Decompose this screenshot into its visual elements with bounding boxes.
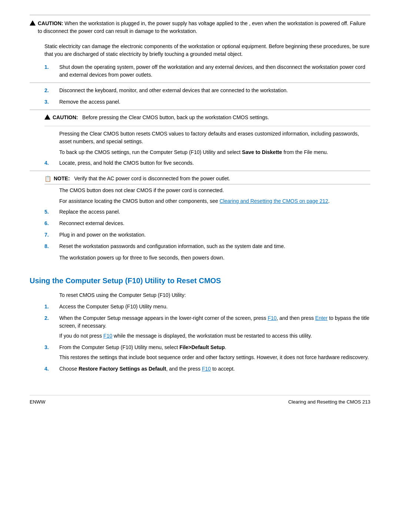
step2-sub-suffix: while the message is displayed, the work… <box>112 333 312 339</box>
f10-link-accept[interactable]: F10 <box>202 366 211 372</box>
list-item-5: 5. Replace the access panel. <box>30 208 370 216</box>
section-steps-list: 1. Access the Computer Setup (F10) Utili… <box>30 303 370 373</box>
note-para2-prefix: For assistance locating the CMOS button … <box>59 198 220 204</box>
top-rule <box>30 15 370 15</box>
section-list-item-1: 1. Access the Computer Setup (F10) Utili… <box>30 303 370 311</box>
step-text-8: Reset the workstation passwords and conf… <box>59 242 370 250</box>
caution-body-1: When the workstation is plugged in, the … <box>38 20 366 34</box>
section-step-text-4: Choose Restore Factory Settings as Defau… <box>59 365 370 373</box>
caution-text-1: CAUTION: When the workstation is plugged… <box>38 20 370 35</box>
step8-para: The workstation powers up for three to f… <box>59 254 370 262</box>
list-item-4: 4. Locate, press, and hold the CMOS butt… <box>30 159 370 171</box>
note-para1: The CMOS button does not clear CMOS if t… <box>59 187 370 194</box>
step-num-5: 5. <box>44 208 59 216</box>
step-num-8: 8. <box>44 242 59 250</box>
note-label: NOTE: <box>54 175 70 181</box>
section-step-text-1: Access the Computer Setup (F10) Utility … <box>59 303 370 311</box>
step-text-5: Replace the access panel. <box>59 208 370 216</box>
section-step-text-2: When the Computer Setup message appears … <box>59 314 370 330</box>
step4s-mid: , and the press <box>166 366 202 372</box>
footer-left: ENWW <box>30 398 46 406</box>
step-num-1: 1. <box>44 63 59 71</box>
note-text: NOTE: Verify that the AC power cord is d… <box>54 175 370 183</box>
step-text-1: Shut down the operating system, power of… <box>59 63 370 79</box>
note-block: 📋 NOTE: Verify that the AC power cord is… <box>44 175 370 183</box>
clearing-resetting-link[interactable]: Clearing and Resetting the CMOS on page … <box>220 198 328 204</box>
caution-body-2: Before pressing the Clear CMOS button, b… <box>82 114 269 120</box>
step3-prefix: From the Computer Setup (F10) Utility me… <box>59 344 179 350</box>
step-text-7: Plug in and power on the workstation. <box>59 231 370 239</box>
section-heading: Using the Computer Setup (F10) Utility t… <box>30 273 370 286</box>
caution2-para1: Pressing the Clear CMOS button resets CM… <box>59 130 370 145</box>
enter-link[interactable]: Enter <box>315 315 327 321</box>
note-rule-top <box>44 184 370 184</box>
caution-triangle-icon-2 <box>44 114 50 120</box>
list-item-7: 7. Plug in and power on the workstation. <box>30 231 370 239</box>
section-intro: To reset CMOS using the Computer Setup (… <box>59 291 370 299</box>
steps-list-step4: 4. Locate, press, and hold the CMOS butt… <box>30 159 370 171</box>
section-list-item-4: 4. Choose Restore Factory Settings as De… <box>30 365 370 373</box>
caution-block-2: CAUTION: Before pressing the Clear CMOS … <box>44 114 370 126</box>
caution2-save-diskette: Save to Diskette <box>242 149 282 155</box>
step-num-6: 6. <box>44 220 59 227</box>
list-item-1: 1. Shut down the operating system, power… <box>30 63 370 83</box>
list-item-3: 3. Remove the access panel. <box>30 98 370 110</box>
list-item-6: 6. Reconnect external devices. <box>30 220 370 227</box>
f10-link-inline[interactable]: F10 <box>103 333 112 339</box>
list-item-2: 2. Disconnect the keyboard, monitor, and… <box>30 87 370 94</box>
step-text-3: Remove the access panel. <box>59 98 370 106</box>
step2-prefix: When the Computer Setup message appears … <box>59 315 268 321</box>
step2-sub-prefix: If you do not press <box>59 333 103 339</box>
note-icon: 📋 <box>44 175 51 183</box>
caution-block-1: CAUTION: When the workstation is plugged… <box>30 20 370 39</box>
caution2-para2-suffix: from the File menu. <box>282 149 329 155</box>
step-text-2: Disconnect the keyboard, monitor, and ot… <box>59 87 370 94</box>
section-list-item-3: 3. From the Computer Setup (F10) Utility… <box>30 344 370 361</box>
f10-link-1[interactable]: F10 <box>268 315 277 321</box>
section-step-num-2: 2. <box>44 314 59 330</box>
section-step-num-3: 3. <box>44 344 59 351</box>
caution-triangle-icon-1 <box>30 20 36 26</box>
caution-text-2: CAUTION: Before pressing the Clear CMOS … <box>53 114 370 121</box>
step2-sub: If you do not press F10 while the messag… <box>59 332 370 340</box>
caution-label-1: CAUTION: <box>38 20 63 26</box>
step3-sub: This restores the settings that include … <box>59 354 370 361</box>
note-para2: For assistance locating the CMOS button … <box>59 197 370 205</box>
step-num-2: 2. <box>44 87 59 94</box>
step2-mid: , and then press <box>277 315 315 321</box>
note-body: Verify that the AC power cord is disconn… <box>74 175 230 181</box>
note-para2-suffix: . <box>328 198 330 204</box>
steps-list-part2: 5. Replace the access panel. 6. Reconnec… <box>30 208 370 250</box>
section-step-text-3: From the Computer Setup (F10) Utility me… <box>59 344 370 351</box>
list-item-8: 8. Reset the workstation passwords and c… <box>30 242 370 250</box>
caution2-para2: To back up the CMOS settings, run the Co… <box>59 148 370 156</box>
section-list-item-2: 2. When the Computer Setup message appea… <box>30 314 370 340</box>
step3-suffix: . <box>225 344 226 350</box>
caution2-para2-prefix: To back up the CMOS settings, run the Co… <box>59 149 242 155</box>
caution-label-2: CAUTION: <box>53 114 78 120</box>
footer-right: Clearing and Resetting the CMOS 213 <box>288 398 370 406</box>
step4s-bold: Restore Factory Settings as Default <box>79 366 166 372</box>
step3-bold: File>Default Setup <box>179 344 225 350</box>
page-footer: ENWW Clearing and Resetting the CMOS 213 <box>30 395 370 406</box>
section-step-num-4: 4. <box>44 365 59 373</box>
step4s-suffix: to accept. <box>211 366 235 372</box>
step-num-7: 7. <box>44 231 59 239</box>
step-num-4: 4. <box>44 159 59 167</box>
step-text-6: Reconnect external devices. <box>59 220 370 227</box>
steps-list-part1: 1. Shut down the operating system, power… <box>30 63 370 110</box>
step4s-prefix: Choose <box>59 366 79 372</box>
step-num-3: 3. <box>44 98 59 106</box>
section-step-num-1: 1. <box>44 303 59 311</box>
step-text-4: Locate, press, and hold the CMOS button … <box>59 159 370 167</box>
static-para: Static electricity can damage the electr… <box>44 43 370 58</box>
